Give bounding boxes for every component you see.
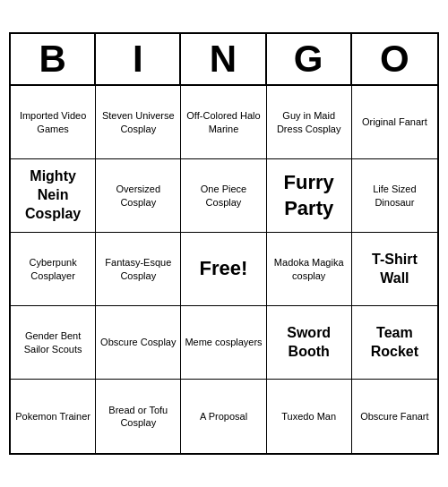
bingo-cell-3: Guy in Maid Dress Cosplay xyxy=(267,86,352,159)
bingo-cell-21: Bread or Tofu Cosplay xyxy=(96,380,181,453)
bingo-cell-2: Off-Colored Halo Marine xyxy=(181,86,266,159)
bingo-card: BINGO Imported Video GamesSteven Univers… xyxy=(9,32,439,455)
bingo-cell-1: Steven Universe Cosplay xyxy=(96,86,181,159)
bingo-cell-24: Obscure Fanart xyxy=(352,380,437,453)
bingo-cell-19: Team Rocket xyxy=(352,306,437,380)
bingo-letter-o: O xyxy=(352,34,437,84)
bingo-cell-4: Original Fanart xyxy=(352,86,437,159)
bingo-cell-22: A Proposal xyxy=(181,380,266,453)
bingo-cell-15: Gender Bent Sailor Scouts xyxy=(11,306,96,380)
bingo-cell-17: Meme cosplayers xyxy=(181,306,266,380)
bingo-cell-11: Fantasy-Esque Cosplay xyxy=(96,233,181,306)
bingo-cell-10: Cyberpunk Cosplayer xyxy=(11,233,96,306)
bingo-letter-b: B xyxy=(11,34,96,84)
bingo-letter-g: G xyxy=(267,34,352,84)
bingo-grid: Imported Video GamesSteven Universe Cosp… xyxy=(11,86,437,453)
bingo-cell-9: Life Sized Dinosaur xyxy=(352,159,437,233)
bingo-cell-6: Oversized Cosplay xyxy=(96,159,181,233)
bingo-cell-8: Furry Party xyxy=(267,159,352,233)
bingo-cell-7: One Piece Cosplay xyxy=(181,159,266,233)
bingo-header: BINGO xyxy=(11,34,437,86)
bingo-cell-18: Sword Booth xyxy=(267,306,352,380)
bingo-cell-13: Madoka Magika cosplay xyxy=(267,233,352,306)
bingo-letter-n: N xyxy=(181,34,266,84)
bingo-cell-16: Obscure Cosplay xyxy=(96,306,181,380)
bingo-cell-5: Mighty Nein Cosplay xyxy=(11,159,96,233)
bingo-cell-12: Free! xyxy=(181,233,266,306)
bingo-letter-i: I xyxy=(96,34,181,84)
bingo-cell-0: Imported Video Games xyxy=(11,86,96,159)
bingo-cell-23: Tuxedo Man xyxy=(267,380,352,453)
bingo-cell-20: Pokemon Trainer xyxy=(11,380,96,453)
bingo-cell-14: T-Shirt Wall xyxy=(352,233,437,306)
